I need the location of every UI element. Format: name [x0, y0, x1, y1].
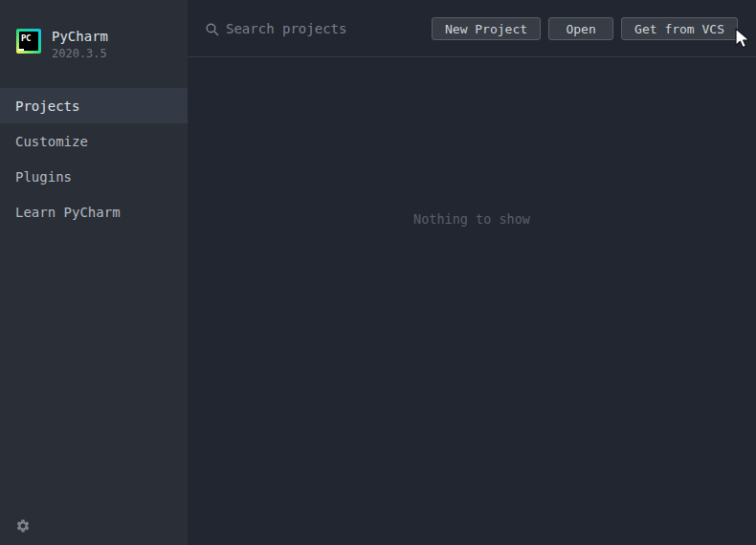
sidebar-item-label: Learn PyCharm — [15, 205, 121, 220]
settings-gear-icon[interactable] — [15, 518, 31, 534]
app-version: 2020.3.5 — [52, 47, 108, 60]
get-from-vcs-button[interactable]: Get from VCS — [621, 17, 738, 40]
sidebar-item-customize[interactable]: Customize — [0, 123, 188, 159]
main-panel: New Project Open Get from VCS Nothing to… — [188, 0, 756, 545]
sidebar-item-projects[interactable]: Projects — [0, 88, 188, 123]
pycharm-logo-underscore — [18, 49, 24, 51]
sidebar-item-label: Projects — [15, 98, 79, 114]
sidebar-item-label: Plugins — [15, 169, 72, 185]
search-projects-input[interactable] — [226, 17, 427, 40]
projects-header: New Project Open Get from VCS — [188, 0, 756, 57]
app-name: PyCharm — [52, 30, 108, 44]
header-actions: New Project Open Get from VCS — [432, 17, 738, 40]
sidebar-item-plugins[interactable]: Plugins — [0, 159, 188, 194]
sidebar-item-label: Customize — [15, 134, 88, 149]
sidebar-menu: Projects Customize Plugins Learn PyCharm — [0, 88, 188, 229]
empty-state-message: Nothing to show — [188, 211, 756, 227]
open-button[interactable]: Open — [548, 17, 613, 40]
new-project-button[interactable]: New Project — [432, 17, 541, 40]
app-text: PyCharm 2020.3.5 — [52, 29, 108, 60]
search-icon — [206, 22, 219, 35]
sidebar-item-learn-pycharm[interactable]: Learn PyCharm — [0, 194, 188, 229]
pycharm-logo-icon: PC — [16, 29, 41, 54]
app-branding: PC PyCharm 2020.3.5 — [16, 29, 108, 60]
mouse-cursor-icon — [733, 28, 754, 51]
pycharm-logo-text: PC — [19, 32, 38, 51]
welcome-sidebar: PC PyCharm 2020.3.5 Projects Customize P… — [0, 0, 188, 545]
